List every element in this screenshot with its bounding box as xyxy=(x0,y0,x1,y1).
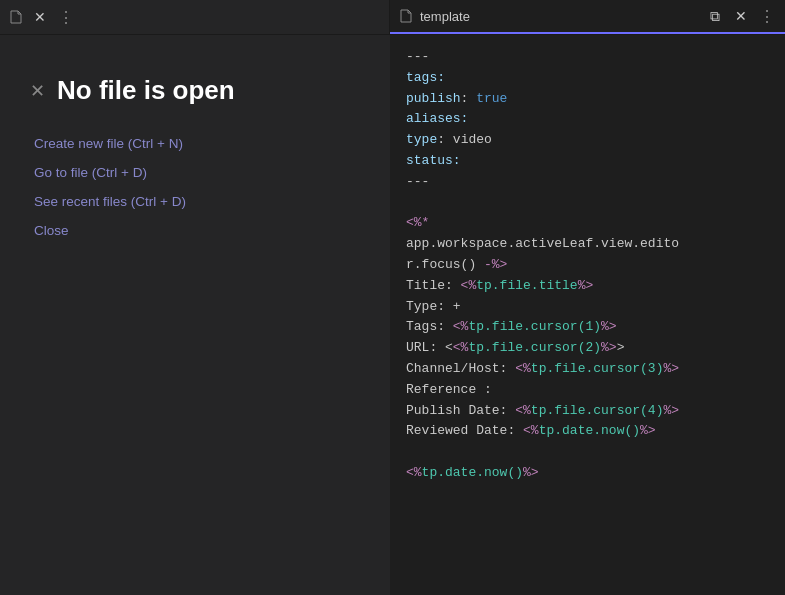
no-file-header: ✕ No file is open xyxy=(30,75,360,106)
code-line: <%tp.date.now()%> xyxy=(406,463,769,484)
code-line: aliases: xyxy=(406,109,769,130)
no-file-actions: Create new file (Ctrl + N) Go to file (C… xyxy=(30,134,360,240)
right-panel[interactable]: --- tags: publish: true aliases: type: v… xyxy=(390,35,785,595)
tab-more-right[interactable]: ⋮ xyxy=(757,6,777,26)
left-panel: ✕ No file is open Create new file (Ctrl … xyxy=(0,35,390,595)
code-line: publish: true xyxy=(406,89,769,110)
code-line: Reviewed Date: <%tp.date.now()%> xyxy=(406,421,769,442)
code-line: r.focus() -%> xyxy=(406,255,769,276)
tab-more-left[interactable]: ⋮ xyxy=(56,7,76,27)
code-line: tags: xyxy=(406,68,769,89)
main-content: ✕ No file is open Create new file (Ctrl … xyxy=(0,35,785,595)
file-icon-left xyxy=(8,9,24,25)
action-close[interactable]: Close xyxy=(34,221,360,240)
code-line: Publish Date: <%tp.file.cursor(4)%> xyxy=(406,401,769,422)
code-line xyxy=(406,193,769,214)
code-line: <%* xyxy=(406,213,769,234)
action-go-to-file[interactable]: Go to file (Ctrl + D) xyxy=(34,163,360,182)
tab-split-right[interactable]: ⧉ xyxy=(705,6,725,26)
code-line: Reference : xyxy=(406,380,769,401)
tab-close-left[interactable]: ✕ xyxy=(30,7,50,27)
no-file-close-icon[interactable]: ✕ xyxy=(30,80,45,102)
tab-close-right[interactable]: ✕ xyxy=(731,6,751,26)
code-line: app.workspace.activeLeaf.view.edito xyxy=(406,234,769,255)
code-line: --- xyxy=(406,172,769,193)
action-recent-files[interactable]: See recent files (Ctrl + D) xyxy=(34,192,360,211)
tab-right: template ⧉ ✕ ⋮ xyxy=(390,0,785,34)
code-line: URL: <<%tp.file.cursor(2)%>> xyxy=(406,338,769,359)
code-line: Tags: <%tp.file.cursor(1)%> xyxy=(406,317,769,338)
code-line xyxy=(406,442,769,463)
action-create-new[interactable]: Create new file (Ctrl + N) xyxy=(34,134,360,153)
code-line: Channel/Host: <%tp.file.cursor(3)%> xyxy=(406,359,769,380)
tab-bar: ✕ ⋮ template ⧉ ✕ ⋮ xyxy=(0,0,785,35)
code-line: --- xyxy=(406,47,769,68)
code-line: type: video xyxy=(406,130,769,151)
no-file-title: No file is open xyxy=(57,75,235,106)
code-line: Title: <%tp.file.title%> xyxy=(406,276,769,297)
tab-left: ✕ ⋮ xyxy=(0,0,390,34)
tab-title-right: template xyxy=(420,9,699,24)
code-line: Type: + xyxy=(406,297,769,318)
code-line: status: xyxy=(406,151,769,172)
file-icon-right xyxy=(398,8,414,24)
